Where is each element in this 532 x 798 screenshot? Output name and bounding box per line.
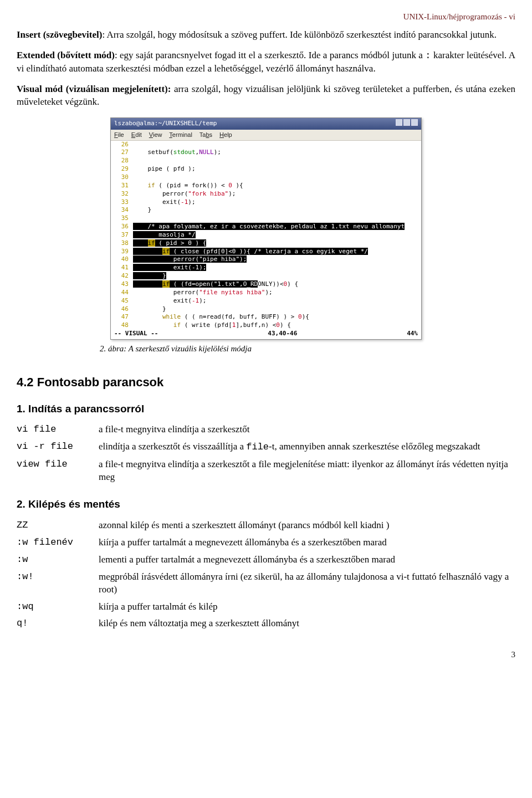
label-visual: Visual mód (vizuálisan megjelenített): xyxy=(17,84,171,94)
text: elindítja a szerkesztőt és visszaállítja… xyxy=(99,441,246,452)
label-insert: Insert (szövegbevitel) xyxy=(17,29,102,40)
terminal-titlebar: lszabo@alma:~/UNIXSHELL/temp xyxy=(111,118,421,130)
desc: elindítja a szerkesztőt és visszaállítja… xyxy=(99,438,515,456)
file-literal: file xyxy=(246,442,269,452)
status-pos: 43,40-46 xyxy=(268,330,297,338)
cmd: :w! xyxy=(17,569,99,598)
desc: kilép és nem változtatja meg a szerkeszt… xyxy=(99,615,515,632)
cmd: :wq xyxy=(17,598,99,616)
desc: azonnal kilép és menti a szerkesztett ál… xyxy=(99,517,515,534)
text: -t, amennyiben annak szerkesztése előzől… xyxy=(269,441,480,452)
cmd: view file xyxy=(17,456,99,486)
table-exit-commands: ZZ azonnal kilép és menti a szerkesztett… xyxy=(17,517,515,633)
cmd: vi -r file xyxy=(17,438,99,456)
paragraph-extended: Extended (bővített mód): egy saját paran… xyxy=(17,49,515,75)
terminal-body: 26 27 setbuf(stdout,NULL); 28 29 pipe ( … xyxy=(111,141,421,339)
cmd: vi file xyxy=(17,421,99,438)
page-header: UNIX-Linux/héjprogramozás - vi xyxy=(17,11,515,22)
text: : egy saját parancsnyelvet fogad itt el … xyxy=(115,50,425,60)
cmd: q! xyxy=(17,615,99,632)
table-row: :w filenév kiírja a puffer tartalmát a m… xyxy=(17,534,515,551)
table-row: q! kilép és nem változtatja meg a szerke… xyxy=(17,615,515,632)
menu-help: Help xyxy=(219,131,232,138)
cmd: ZZ xyxy=(17,517,99,534)
menu-terminal: Terminal xyxy=(169,131,192,138)
heading-exit: 2. Kilépés és mentés xyxy=(17,497,515,511)
status-pct: 44% xyxy=(407,330,418,338)
menu-edit: Edit xyxy=(131,131,142,138)
figure-caption: 2. ábra: A szerkesztő vizuális kijelölés… xyxy=(100,343,515,354)
terminal-window: lszabo@alma:~/UNIXSHELL/temp File Edit V… xyxy=(110,117,422,340)
table-row: :w! megpróbál írásvédett állományra írni… xyxy=(17,569,515,598)
maximize-icon xyxy=(403,119,410,126)
status-mode: -- VISUAL -- xyxy=(114,330,158,338)
table-row: vi file a file-t megnyitva elindítja a s… xyxy=(17,421,515,438)
table-row: view file a file-t megnyitva elindítja a… xyxy=(17,456,515,486)
colon-char: : xyxy=(425,50,431,61)
paragraph-insert: Insert (szövegbevitel): Arra szolgál, ho… xyxy=(17,29,515,42)
menu-view: View xyxy=(149,131,162,138)
desc: kiírja a puffer tartalmát és kilép xyxy=(99,598,515,616)
terminal-title-text: lszabo@alma:~/UNIXSHELL/temp xyxy=(114,120,217,128)
table-row: :w lementi a puffer tartalmát a megnevez… xyxy=(17,551,515,569)
heading-4-2: 4.2 Fontosabb parancsok xyxy=(17,374,515,391)
heading-start: 1. Indítás a parancssorról xyxy=(17,402,515,416)
desc: kiírja a puffer tartalmát a megnevezett … xyxy=(99,534,515,551)
cmd: :w filenév xyxy=(17,534,99,551)
terminal-menubar: File Edit View Terminal Tabs Help xyxy=(111,130,421,141)
menu-file: File xyxy=(114,131,124,138)
menu-tabs: Tabs xyxy=(200,131,212,138)
page-number: 3 xyxy=(17,649,515,660)
desc: a file-t megnyitva elindítja a szerkeszt… xyxy=(99,421,515,438)
text: : Arra szolgál, hogy módosítsuk a szöveg… xyxy=(102,29,497,40)
table-start-commands: vi file a file-t megnyitva elindítja a s… xyxy=(17,421,515,486)
paragraph-visual: Visual mód (vizuálisan megjelenített): a… xyxy=(17,83,515,109)
table-row: vi -r file elindítja a szerkesztőt és vi… xyxy=(17,438,515,456)
window-buttons xyxy=(395,119,418,129)
table-row: ZZ azonnal kilép és menti a szerkesztett… xyxy=(17,517,515,534)
terminal-statusbar: -- VISUAL -- 43,40-46 44% xyxy=(111,330,421,339)
table-row: :wq kiírja a puffer tartalmát és kilép xyxy=(17,598,515,616)
close-icon xyxy=(411,119,418,126)
desc: megpróbál írásvédett állományra írni (ez… xyxy=(99,569,515,598)
label-extended: Extended (bővített mód) xyxy=(17,50,115,60)
desc: lementi a puffer tartalmát a megnevezett… xyxy=(99,551,515,569)
cmd: :w xyxy=(17,551,99,569)
minimize-icon xyxy=(396,119,402,126)
desc: a file-t megnyitva elindítja a szerkeszt… xyxy=(99,456,515,486)
